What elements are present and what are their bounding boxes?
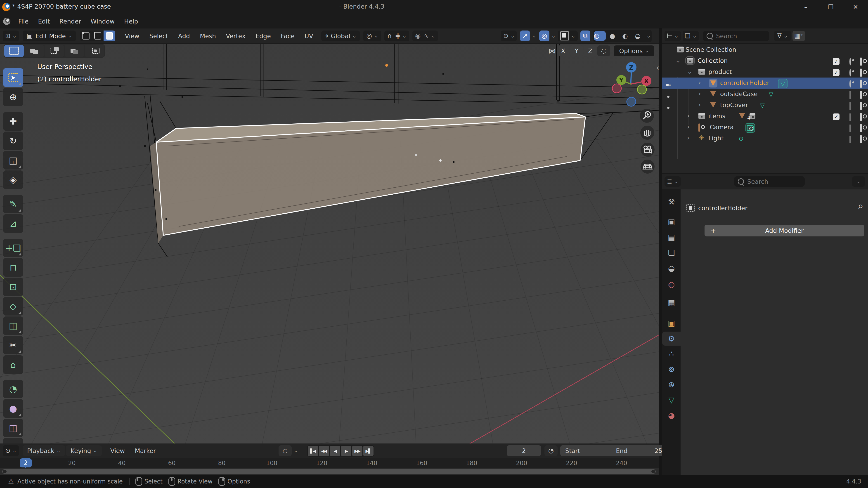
tab-object[interactable]: ▣: [662, 316, 681, 330]
select-mode-invert[interactable]: [65, 45, 84, 57]
playback-menu[interactable]: Playback⌄: [23, 445, 65, 456]
mirror-x-button[interactable]: X: [557, 45, 569, 56]
tool-smooth[interactable]: ●: [3, 399, 23, 418]
menu-mesh[interactable]: Mesh: [195, 33, 221, 39]
disable-in-renders-toggle[interactable]: [860, 91, 862, 98]
tab-tool[interactable]: ⚒: [662, 195, 681, 209]
prev-keyframe-button[interactable]: ◀◀: [319, 446, 329, 456]
hide-in-viewport-toggle[interactable]: [849, 80, 851, 87]
hide-in-viewport-toggle[interactable]: [849, 125, 851, 132]
mirror-y-button[interactable]: Y: [570, 45, 583, 56]
collection-checkbox[interactable]: ✓: [833, 69, 839, 76]
disable-in-renders-toggle[interactable]: [860, 125, 862, 132]
tab-collection[interactable]: ▦: [662, 295, 681, 310]
disable-in-renders-toggle[interactable]: [860, 69, 862, 76]
proportional-falloff-button[interactable]: ◌: [597, 45, 610, 56]
properties-editor-type-button[interactable]: ≣⌄: [664, 176, 681, 187]
options-dropdown[interactable]: Options⌄: [614, 45, 654, 56]
collection-checkbox[interactable]: ✓: [833, 58, 839, 65]
outliner-row-scene-collection[interactable]: Scene Collection: [662, 44, 868, 55]
viewport-3d[interactable]: Z Y X: [0, 29, 659, 444]
outliner-row-controllerholder[interactable]: › controllerHolder ▽: [662, 77, 868, 89]
tool-cursor[interactable]: ⊕: [3, 88, 23, 106]
proportional-editing-group[interactable]: ◉∿⌄: [412, 31, 438, 41]
tab-object-data[interactable]: ▽: [662, 393, 681, 407]
menu-edit[interactable]: Edit: [33, 18, 55, 25]
object-visibility-dropdown[interactable]: ⊙⌄: [501, 31, 517, 41]
mode-dropdown[interactable]: ▣ Edit Mode⌄: [23, 31, 76, 41]
disable-in-renders-toggle[interactable]: [860, 102, 862, 109]
play-button[interactable]: ▶: [341, 446, 351, 456]
timeline-scrollbar[interactable]: [2, 469, 656, 474]
select-mode-set[interactable]: [4, 45, 24, 57]
tool-poly-build[interactable]: ⌂: [3, 355, 23, 374]
maximize-button[interactable]: ❐: [818, 0, 843, 14]
tool-move[interactable]: ✚: [3, 112, 23, 131]
tool-spin[interactable]: ◔: [3, 380, 23, 398]
face-select-button[interactable]: [103, 31, 115, 41]
close-button[interactable]: ✕: [843, 0, 868, 14]
select-mode-extend[interactable]: [24, 45, 44, 57]
outliner-display-mode-button[interactable]: ⊢⌄: [664, 31, 681, 41]
hide-in-viewport-toggle[interactable]: [849, 102, 851, 109]
tab-scene[interactable]: ◒: [662, 261, 681, 275]
timeline-ruler[interactable]: 20 40 60 80 100 120 140 160 180 200 220 …: [0, 458, 659, 468]
mesh-data-icon[interactable]: ▽: [778, 79, 787, 88]
tool-shrink-fatten[interactable]: ⇕: [3, 438, 23, 444]
tool-inset-faces[interactable]: ⊡: [3, 278, 23, 296]
gizmo-frame-dropdown[interactable]: ⌄: [558, 31, 578, 41]
camera-data-icon[interactable]: [745, 123, 755, 133]
menu-window[interactable]: Window: [86, 18, 119, 25]
tool-select-box[interactable]: ➤: [3, 68, 23, 87]
outliner-filter-mode-button[interactable]: ❏⌄: [683, 31, 699, 41]
outliner-filter-button[interactable]: ∇⌄: [774, 31, 791, 41]
properties-options-button[interactable]: ⌄: [852, 176, 865, 187]
hide-in-viewport-toggle[interactable]: [849, 91, 851, 98]
tab-constraints[interactable]: ⊛: [662, 378, 681, 391]
outliner-row-camera[interactable]: › Camera: [662, 122, 868, 133]
tool-rotate[interactable]: ↻: [3, 132, 23, 150]
menu-view[interactable]: View: [120, 33, 144, 39]
pivot-point-dropdown[interactable]: ◎⌄: [363, 31, 381, 41]
tab-physics[interactable]: ⊚: [662, 362, 681, 376]
next-keyframe-button[interactable]: ▶▶: [352, 446, 363, 456]
menu-uv[interactable]: UV: [300, 33, 318, 39]
tool-bevel[interactable]: ◇: [3, 297, 23, 316]
mesh-data-icon[interactable]: ▽: [758, 101, 767, 110]
tab-view-layer[interactable]: ❏: [662, 246, 681, 260]
mesh-data-icon[interactable]: ▽: [767, 90, 775, 99]
new-collection-button[interactable]: ▦⁺: [793, 31, 805, 41]
select-mode-subtract[interactable]: [44, 45, 64, 57]
timeline-editor-type-button[interactable]: ⊙⌄: [3, 445, 19, 456]
tool-annotate[interactable]: ✎: [3, 195, 23, 214]
sidebar-collapse-icon[interactable]: ‹: [656, 63, 659, 72]
auto-key-button[interactable]: ○: [279, 445, 292, 456]
breadcrumb-object-name[interactable]: controllerHolder: [698, 204, 747, 212]
menu-file[interactable]: File: [13, 18, 33, 25]
stopwatch-icon[interactable]: ◔: [545, 445, 558, 456]
edge-select-button[interactable]: [92, 31, 103, 41]
tool-extrude-region[interactable]: ⊓: [3, 258, 23, 276]
collection-checkbox[interactable]: ✓: [833, 113, 839, 120]
properties-search-input[interactable]: [747, 178, 793, 185]
add-modifier-button[interactable]: + Add Modifier: [705, 225, 864, 236]
shading-material-button[interactable]: ◐: [619, 33, 631, 39]
disable-in-renders-toggle[interactable]: [860, 113, 862, 121]
outliner-row-outsidecase[interactable]: › outsideCase ▽: [662, 89, 868, 100]
tab-output[interactable]: ▤: [662, 230, 681, 244]
play-reverse-button[interactable]: ◀: [330, 446, 340, 456]
jump-to-start-button[interactable]: ▌◀: [308, 446, 318, 456]
mirror-z-button[interactable]: Z: [584, 45, 596, 56]
editor-type-button[interactable]: ⊞⌄: [3, 31, 19, 41]
tool-measure[interactable]: ⊿: [3, 214, 23, 233]
light-data-icon[interactable]: ⊙: [737, 134, 745, 143]
keying-menu[interactable]: Keying⌄: [66, 445, 102, 456]
timeline-view-menu[interactable]: View: [105, 447, 130, 454]
select-mode-intersect[interactable]: [85, 45, 104, 57]
snapping-group[interactable]: ∩⋕⌄: [384, 31, 409, 41]
menu-add[interactable]: Add: [173, 33, 195, 39]
hide-in-viewport-toggle[interactable]: [849, 113, 851, 121]
transform-orientation-dropdown[interactable]: ⌖ Global⌄: [321, 31, 360, 41]
menu-face[interactable]: Face: [276, 33, 300, 39]
timeline-marker-menu[interactable]: Marker: [130, 447, 161, 454]
